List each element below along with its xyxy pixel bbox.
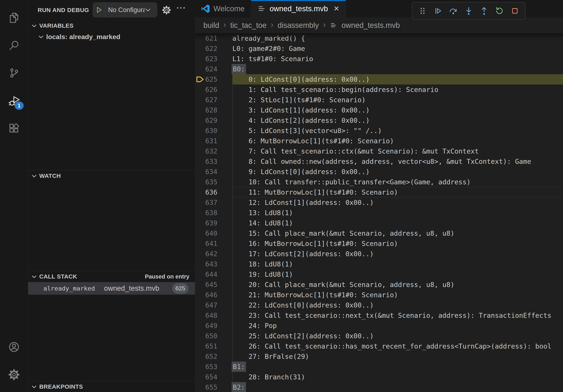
tab-owned-tests-mvb[interactable]: owned_tests.mvb✕: [251, 0, 346, 17]
line-text[interactable]: 21: MutBorrowLoc[1](ts#1#0: Scenario): [232, 290, 563, 300]
code-line[interactable]: 653B1:: [195, 362, 563, 372]
gutter-space[interactable]: [195, 33, 205, 43]
code-line[interactable]: 641 16: MutBorrowLoc[1](ts#1#0: Scenario…: [195, 238, 563, 249]
gutter-space[interactable]: [195, 126, 205, 136]
line-number[interactable]: 636: [205, 187, 218, 197]
gutter-space[interactable]: [195, 187, 205, 197]
drag-handle-button[interactable]: [415, 4, 430, 18]
line-number[interactable]: 654: [205, 372, 218, 382]
start-debugging-icon[interactable]: [93, 7, 105, 13]
line-text[interactable]: 1: Call test_scenario::begin(address): S…: [232, 84, 563, 95]
gutter-space[interactable]: [195, 351, 205, 362]
gutter-space[interactable]: [195, 269, 205, 279]
debug-config-dropdown[interactable]: No Configura: [93, 2, 157, 17]
line-number[interactable]: 648: [205, 310, 218, 321]
gutter-space[interactable]: [195, 167, 205, 177]
code-line[interactable]: 629 4: LdConst[2](address: 0x00..): [195, 115, 563, 126]
line-number[interactable]: 623: [205, 54, 218, 64]
line-text[interactable]: 22: LdConst[0](address: 0x00..): [232, 300, 563, 310]
gutter-space[interactable]: [195, 228, 205, 238]
line-number[interactable]: 647: [205, 300, 218, 310]
line-number[interactable]: 630: [205, 126, 218, 136]
code-line[interactable]: 644 19: LdU8(1): [195, 269, 563, 279]
line-number[interactable]: 622: [205, 43, 218, 54]
line-text[interactable]: L1: ts#1#0: Scenario: [232, 54, 563, 64]
gutter-space[interactable]: [195, 341, 205, 351]
line-number[interactable]: 650: [205, 331, 218, 341]
line-text[interactable]: 25: LdConst[2](address: 0x00..): [232, 331, 563, 341]
code-line[interactable]: 643 18: LdU8(1): [195, 259, 563, 269]
line-number[interactable]: 642: [205, 249, 218, 259]
gutter-space[interactable]: [195, 249, 205, 259]
code-line[interactable]: 627 2: StLoc[1](ts#1#0: Scenario): [195, 95, 563, 105]
code-line[interactable]: 637 12: LdConst[1](address: 0x00..): [195, 197, 563, 208]
activity-bar-item-source-control[interactable]: [0, 59, 28, 87]
code-line[interactable]: 647 22: LdConst[0](address: 0x00..): [195, 300, 563, 310]
line-text[interactable]: 6: MutBorrowLoc[1](ts#1#0: Scenario): [232, 136, 563, 146]
line-number[interactable]: 641: [205, 238, 218, 249]
gutter-space[interactable]: [195, 238, 205, 249]
line-number[interactable]: 645: [205, 279, 218, 290]
line-number[interactable]: 628: [205, 105, 218, 115]
code-line[interactable]: 623L1: ts#1#0: Scenario: [195, 54, 563, 64]
line-text[interactable]: 20: Call place_mark(&mut Scenario, addre…: [232, 279, 563, 290]
gutter-space[interactable]: [195, 290, 205, 300]
line-text[interactable]: 3: LdConst[1](address: 0x00..): [232, 105, 563, 115]
line-number[interactable]: 649: [205, 321, 218, 331]
line-text[interactable]: 17: LdConst[2](address: 0x00..): [232, 249, 563, 259]
line-text[interactable]: 5: LdConst[3](vector<u8>: "" /..): [232, 126, 563, 136]
line-text[interactable]: 9: LdConst[0](address: 0x00..): [232, 167, 563, 177]
code-editor[interactable]: 621already_marked() {622L0: game#2#0: Ga…: [195, 33, 563, 392]
call-stack-frame[interactable]: already_markedowned_tests.mvb625: [28, 282, 195, 295]
step-over-button[interactable]: [446, 4, 461, 18]
line-text[interactable]: 8: Call owned::new(address, address, vec…: [232, 156, 563, 167]
code-line[interactable]: 633 8: Call owned::new(address, address,…: [195, 156, 563, 167]
call-stack-section-header[interactable]: CALL STACK Paused on entry: [28, 271, 195, 282]
code-line[interactable]: 634 9: LdConst[0](address: 0x00..): [195, 167, 563, 177]
line-text[interactable]: 28: Branch(31): [232, 372, 563, 382]
line-text[interactable]: B0:: [232, 64, 563, 74]
code-line[interactable]: 645 20: Call place_mark(&mut Scenario, a…: [195, 279, 563, 290]
gutter-space[interactable]: [195, 43, 205, 54]
tab-welcome[interactable]: Welcome: [195, 0, 251, 17]
line-number[interactable]: 633: [205, 156, 218, 167]
gutter-space[interactable]: [195, 362, 205, 372]
gutter-space[interactable]: [195, 54, 205, 64]
gutter-space[interactable]: [195, 372, 205, 382]
gutter-space[interactable]: [195, 382, 205, 392]
line-text[interactable]: B2:: [232, 382, 563, 392]
code-line[interactable]: 640 15: Call place_mark(&mut Scenario, a…: [195, 228, 563, 238]
code-line[interactable]: 639 14: LdU8(1): [195, 218, 563, 228]
gutter-space[interactable]: [195, 300, 205, 310]
line-number[interactable]: 639: [205, 218, 218, 228]
activity-bar-item-accounts[interactable]: [0, 333, 28, 361]
line-number[interactable]: 646: [205, 290, 218, 300]
line-text[interactable]: 23: Call test_scenario::next_tx(&mut Sce…: [232, 310, 563, 321]
line-text[interactable]: 12: LdConst[1](address: 0x00..): [232, 197, 563, 208]
gutter-space[interactable]: [195, 136, 205, 146]
gutter-space[interactable]: [195, 321, 205, 331]
code-line[interactable]: 638 13: LdU8(1): [195, 208, 563, 218]
line-number[interactable]: 634: [205, 167, 218, 177]
restart-button[interactable]: [492, 4, 507, 18]
more-actions-icon[interactable]: ···: [177, 3, 186, 13]
code-line[interactable]: 632 7: Call test_scenario::ctx(&mut Scen…: [195, 146, 563, 156]
line-text[interactable]: 15: Call place_mark(&mut Scenario, addre…: [232, 228, 563, 238]
gutter-space[interactable]: [195, 197, 205, 208]
gutter-space[interactable]: [195, 218, 205, 228]
line-text[interactable]: 13: LdU8(1): [232, 208, 563, 218]
line-text[interactable]: B1:: [232, 362, 563, 372]
line-number[interactable]: 637: [205, 197, 218, 208]
activity-bar-item-extensions[interactable]: [0, 115, 28, 142]
gutter-space[interactable]: [195, 95, 205, 105]
line-number[interactable]: 631: [205, 136, 218, 146]
gutter-space[interactable]: [195, 177, 205, 187]
step-out-button[interactable]: [477, 4, 491, 18]
line-number[interactable]: 621: [205, 33, 218, 43]
breadcrumb-item[interactable]: build: [203, 21, 219, 30]
gutter-space[interactable]: [195, 259, 205, 269]
code-line[interactable]: 652 27: BrFalse(29): [195, 351, 563, 362]
line-text[interactable]: L0: game#2#0: Game: [232, 43, 563, 54]
variables-section-header[interactable]: VARIABLES: [28, 20, 195, 31]
activity-bar-item-explorer[interactable]: [0, 4, 28, 32]
